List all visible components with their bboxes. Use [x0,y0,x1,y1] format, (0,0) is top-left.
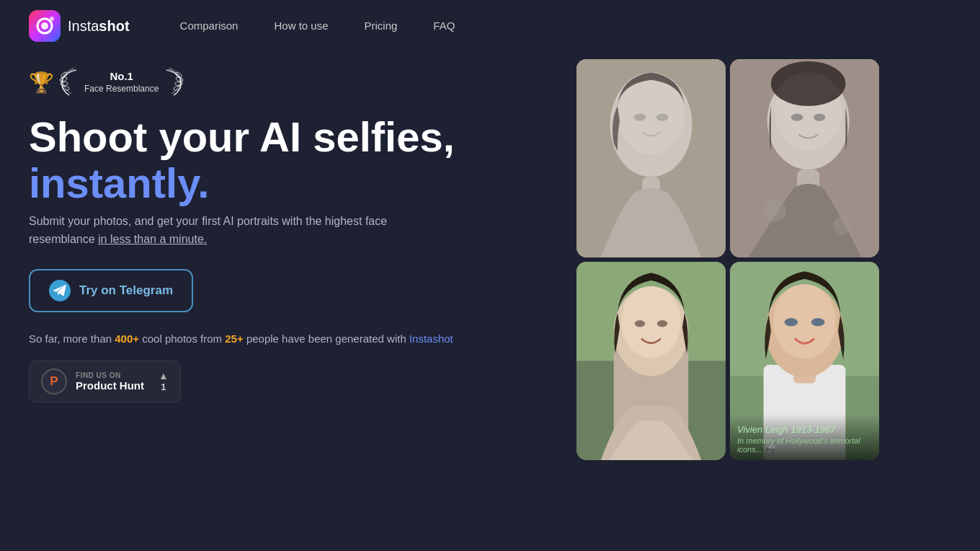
photo-card-3 [576,262,726,460]
badge-text: No.1 Face Resemblance [84,69,159,94]
laurel-left-svg [58,66,80,98]
telegram-cta-button[interactable]: Try on Telegram [29,269,193,312]
logo-svg [29,10,61,42]
photos-count: 400+ [115,332,139,345]
people-count: 25+ [225,332,243,345]
svg-point-42 [785,318,798,326]
left-col: 🏆 No.1 Face Resemblance [29,59,548,477]
nav-how-to-use[interactable]: How to use [274,19,328,32]
product-hunt-badge[interactable]: P FIND US ON Product Hunt ▲ 1 [29,361,181,402]
nav-links: Comparison How to use Pricing FAQ [180,19,455,32]
award-badge: 🏆 No.1 Face Resemblance [29,66,548,98]
hero-subtitle: Submit your photos, and get your first A… [29,212,440,249]
nav-comparison[interactable]: Comparison [180,19,239,32]
svg-rect-18 [576,59,726,257]
svg-point-3 [50,17,54,21]
ph-logo-circle: P [41,369,67,394]
photo-grid-section: Vivien Leigh 1913-1967 In memory of Holl… [576,59,879,477]
svg-point-34 [635,320,645,327]
logo-area[interactable]: Instashot [29,10,130,42]
photo-3-svg [576,262,726,460]
telegram-icon [49,280,71,301]
navbar: Instashot Comparison How to use Pricing … [0,0,980,52]
photo-1-svg [576,59,726,257]
photo-grid: Vivien Leigh 1913-1967 In memory of Holl… [576,59,879,460]
ph-upvote-arrow: ▲ [159,370,169,382]
svg-point-35 [657,320,667,327]
photo-card-4: Vivien Leigh 1913-1967 In memory of Holl… [730,262,879,460]
hero-title: Shoot your AI selfies, instantly. [29,114,548,206]
vivien-leigh-caption: Vivien Leigh 1913-1967 In memory of Holl… [730,414,879,461]
brand-name-inline: Instashot [409,332,453,345]
logo-icon [29,10,61,42]
svg-point-33 [621,286,681,358]
photo-card-2 [730,59,879,257]
svg-point-43 [811,318,825,326]
laurel-left-icon: 🏆 [29,71,54,94]
laurel-right-svg [163,66,184,98]
logo-text: Instashot [68,18,130,35]
ph-product-name: Product Hunt [76,379,144,392]
photo-card-1 [576,59,726,257]
ph-vote-count: 1 [161,382,166,392]
main-layout: 🏆 No.1 Face Resemblance [0,52,980,477]
ph-text-area: FIND US ON Product Hunt [76,371,144,392]
svg-point-5 [59,76,67,82]
nav-faq[interactable]: FAQ [433,19,455,32]
nav-pricing[interactable]: Pricing [365,19,398,32]
svg-point-41 [773,284,836,359]
svg-point-2 [41,22,48,30]
ph-find-label: FIND US ON [76,371,144,379]
hero-title-highlight: instantly. [29,159,209,206]
ph-votes-area: ▲ 1 [159,370,169,392]
svg-point-9 [176,76,184,82]
stats-text: So far, more than 400+ cool photos from … [29,332,548,345]
photo-2-svg [730,59,879,257]
svg-rect-28 [730,59,879,257]
